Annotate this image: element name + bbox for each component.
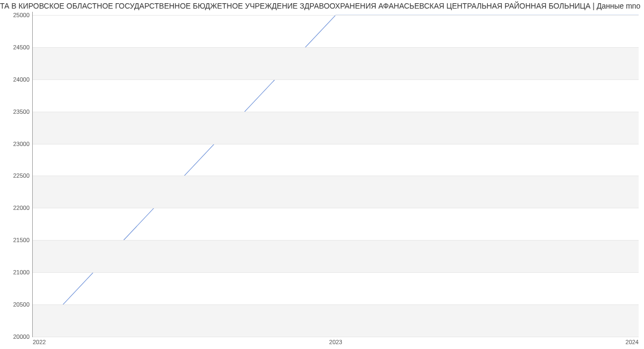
gridline-h: [33, 47, 639, 48]
gridline-h: [33, 15, 639, 16]
plot-area: 2000020500210002150022000225002300023500…: [32, 12, 639, 337]
gridline-h: [33, 144, 639, 144]
y-tick-label: 24500: [13, 44, 33, 50]
grid-band: [33, 112, 639, 144]
y-tick-label: 23000: [13, 141, 33, 147]
y-tick-label: 20500: [13, 301, 33, 308]
x-tick-label: 2023: [329, 337, 342, 345]
gridline-h: [33, 240, 639, 241]
grid-band: [33, 47, 639, 79]
y-tick-label: 22000: [13, 205, 33, 211]
y-tick-label: 21000: [13, 269, 33, 275]
gridline-h: [33, 112, 639, 112]
gridline-h: [33, 79, 639, 80]
x-tick-label: 2024: [626, 337, 639, 345]
chart-container: ТА В КИРОВСКОЕ ОБЛАСТНОЕ ГОСУДАРСТВЕННОЕ…: [0, 0, 644, 349]
y-tick-label: 20000: [13, 333, 33, 340]
y-tick-label: 22500: [13, 172, 33, 179]
gridline-h: [33, 272, 639, 273]
y-tick-label: 24000: [13, 76, 33, 83]
y-tick-label: 21500: [13, 237, 33, 243]
y-tick-label: 25000: [13, 12, 33, 18]
grid-band: [33, 176, 639, 208]
chart-title: ТА В КИРОВСКОЕ ОБЛАСТНОЕ ГОСУДАРСТВЕННОЕ…: [0, 0, 644, 12]
gridline-h: [33, 304, 639, 305]
gridline-h: [33, 176, 639, 176]
x-tick-label: 2022: [33, 337, 46, 345]
grid-band: [33, 240, 639, 272]
grid-band: [33, 304, 639, 337]
y-tick-label: 23500: [13, 108, 33, 115]
gridline-h: [33, 208, 639, 208]
